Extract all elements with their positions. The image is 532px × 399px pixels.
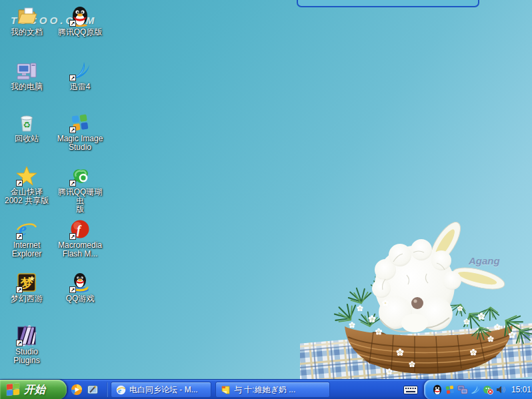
my-documents-icon xyxy=(16,5,37,27)
my-computer-icon xyxy=(16,60,37,81)
quick-launch xyxy=(71,382,99,398)
wallpaper-signature: Agang xyxy=(469,255,500,266)
task-button-label: 电白同乡论坛 - M... xyxy=(129,384,198,396)
gold-star-icon: ↗ xyxy=(16,165,37,187)
ie-icon: e ↗ xyxy=(16,218,37,240)
svg-text:e: e xyxy=(118,386,121,394)
shortcut-arrow-icon: ↗ xyxy=(69,75,76,81)
hidden-window-edge[interactable] xyxy=(297,0,479,7)
desktop-icon-macromedia-flash[interactable]: f ↗ Macromedia Flash M... xyxy=(54,218,106,258)
shortcut-arrow-icon: ↗ xyxy=(69,180,76,187)
status-error-tray-icon[interactable] xyxy=(483,384,493,395)
task-button-browser-window[interactable]: e 电白同乡论坛 - M... xyxy=(111,382,211,398)
desktop-icon-qq-games[interactable]: ↗ QQ游戏 xyxy=(54,272,106,303)
menghuan-game-icon: 梦 ↗ xyxy=(16,272,37,293)
windows-logo-icon xyxy=(7,383,20,396)
desktop-icon-qq-original[interactable]: ↗ 腾讯QQ原版 xyxy=(54,5,106,37)
coral-icon: ↗ xyxy=(69,165,91,187)
studio-plugins-icon: ↗ xyxy=(16,325,37,346)
desktop-icon-label: 腾讯QQ原版 xyxy=(54,28,106,37)
qq-tray-icon[interactable] xyxy=(432,384,443,395)
wallpaper-bunny-scene xyxy=(300,222,532,379)
magic-image-studio-icon: ↗ xyxy=(69,112,91,133)
desktop-icon-studio-plugins[interactable]: ↗ Studio Plugins xyxy=(1,325,53,365)
qq-penguin-icon: ↗ xyxy=(69,5,91,27)
taskbar-separator xyxy=(107,382,108,397)
desktop-icon-label: Macromedia Flash M... xyxy=(54,241,106,258)
qq-games-icon: ↗ xyxy=(69,272,91,293)
desktop-icon-my-computer[interactable]: 我的电脑 xyxy=(1,60,53,91)
bunny-nose xyxy=(411,297,423,309)
desktop-icon-my-documents[interactable]: 我的文档 xyxy=(1,5,53,37)
desktop-icon-label: QQ游戏 xyxy=(54,294,106,303)
input-method-keyboard-icon[interactable] xyxy=(402,384,419,396)
start-button-label: 开始 xyxy=(24,383,45,397)
colorful-app-tray-icon[interactable] xyxy=(445,384,455,395)
qq-message-note-icon xyxy=(221,385,231,395)
desktop-icon-label: Internet Explorer xyxy=(1,241,53,258)
system-tray: 15:01 xyxy=(424,380,532,399)
desktop-icon-label: 梦幻西游 xyxy=(1,294,53,303)
taskbar: 开始 xyxy=(0,379,532,399)
desktop-icon-label: Magic Image Studio xyxy=(54,135,106,152)
desktop-icon-menghuan-xiyou[interactable]: 梦 ↗ 梦幻西游 xyxy=(1,272,53,303)
desktop-icon-label: 金山快译 2002 共享版 xyxy=(1,188,53,205)
start-button[interactable]: 开始 xyxy=(0,380,67,399)
recycle-bin-icon: ♻ xyxy=(16,112,37,133)
desktop-icon-label: 我的文档 xyxy=(1,28,53,37)
desktop-icon-label: 腾讯QQ珊瑚虫 版 xyxy=(54,188,106,214)
network-tray-icon[interactable] xyxy=(457,384,468,395)
volume-tray-icon[interactable] xyxy=(495,384,506,395)
ie-mini-icon: e xyxy=(116,385,126,395)
shortcut-arrow-icon: ↗ xyxy=(69,233,76,240)
tray-clock[interactable]: 15:01 xyxy=(511,385,531,394)
shortcut-arrow-icon: ↗ xyxy=(16,340,23,346)
svg-text:♻: ♻ xyxy=(23,120,31,130)
windows-media-player-icon[interactable] xyxy=(71,384,83,396)
shortcut-arrow-icon: ↗ xyxy=(69,20,76,27)
shortcut-arrow-icon: ↗ xyxy=(69,127,76,133)
thunder-swoosh-icon: ↗ xyxy=(69,60,91,81)
desktop-icon-label: Studio Plugins xyxy=(1,348,53,365)
desktop-icon-thunder4[interactable]: ↗ 迅雷4 xyxy=(54,60,106,91)
desktop-icon-recycle-bin[interactable]: ♻ 回收站 xyxy=(1,112,53,143)
shortcut-arrow-icon: ↗ xyxy=(16,286,23,293)
flash-icon: f ↗ xyxy=(69,218,91,240)
shortcut-arrow-icon: ↗ xyxy=(16,233,23,240)
show-desktop-icon[interactable] xyxy=(87,384,99,396)
thunder-tray-icon[interactable] xyxy=(470,384,481,395)
desktop: TUCOO.COM Agang xyxy=(0,0,532,399)
shortcut-arrow-icon: ↗ xyxy=(69,286,76,293)
desktop-icon-label: 回收站 xyxy=(1,135,53,143)
desktop-icon-qq-coral[interactable]: ↗ 腾讯QQ珊瑚虫 版 xyxy=(54,165,106,214)
task-button-label: 与 十:維她ぎ奶 ... xyxy=(234,384,295,396)
desktop-icon-label: 我的电脑 xyxy=(1,83,53,91)
desktop-icon-magic-image-studio[interactable]: ↗ Magic Image Studio xyxy=(54,112,106,152)
desktop-icon-label: 迅雷4 xyxy=(54,83,106,91)
task-button-qq-chat-window[interactable]: 与 十:維她ぎ奶 ... xyxy=(215,382,330,398)
shortcut-arrow-icon: ↗ xyxy=(16,180,23,187)
desktop-icon-internet-explorer[interactable]: e ↗ Internet Explorer xyxy=(1,218,53,258)
desktop-icon-kingsoft-fastait[interactable]: ↗ 金山快译 2002 共享版 xyxy=(1,165,53,205)
